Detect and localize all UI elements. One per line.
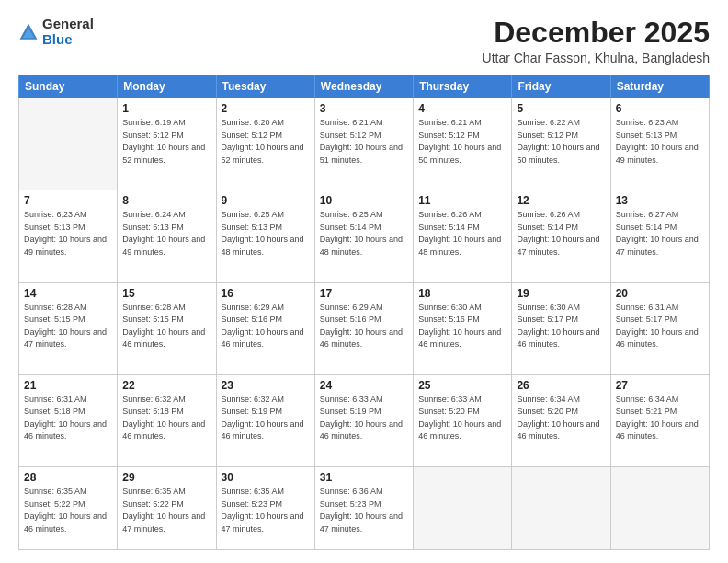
table-row: 6 Sunrise: 6:23 AMSunset: 5:13 PMDayligh… [610,98,709,190]
day-number: 29 [122,471,210,484]
table-row: 21 Sunrise: 6:31 AMSunset: 5:18 PMDaylig… [19,374,118,466]
day-number: 9 [222,194,310,207]
day-number: 8 [122,194,210,207]
table-row: 14 Sunrise: 6:28 AMSunset: 5:15 PMDaylig… [19,282,118,374]
day-number: 18 [418,287,506,300]
title-block: December 2025 Uttar Char Fasson, Khulna,… [483,17,710,65]
table-row: 22 Sunrise: 6:32 AMSunset: 5:18 PMDaylig… [118,374,216,466]
day-info: Sunrise: 6:22 AMSunset: 5:12 PMDaylight:… [517,117,605,167]
table-row: 16 Sunrise: 6:29 AMSunset: 5:16 PMDaylig… [216,282,314,374]
header: General Blue December 2025 Uttar Char Fa… [18,17,710,65]
day-info: Sunrise: 6:30 AMSunset: 5:17 PMDaylight:… [517,302,605,351]
day-info: Sunrise: 6:34 AMSunset: 5:20 PMDaylight:… [517,394,605,443]
table-row: 31 Sunrise: 6:36 AMSunset: 5:23 PMDaylig… [314,467,413,550]
table-row: 3 Sunrise: 6:21 AMSunset: 5:12 PMDayligh… [314,98,413,190]
day-info: Sunrise: 6:33 AMSunset: 5:19 PMDaylight:… [320,394,408,443]
col-sunday: Sunday [19,75,118,98]
table-row [512,467,610,550]
day-number: 21 [24,379,112,392]
day-info: Sunrise: 6:23 AMSunset: 5:13 PMDaylight:… [616,117,704,167]
table-row [414,467,512,550]
day-number: 27 [616,379,704,392]
day-number: 17 [320,287,408,300]
day-number: 1 [122,102,210,115]
day-info: Sunrise: 6:24 AMSunset: 5:13 PMDaylight:… [122,209,210,259]
table-row: 18 Sunrise: 6:30 AMSunset: 5:16 PMDaylig… [414,282,512,374]
day-number: 10 [320,194,408,207]
logo-text: General Blue [42,17,94,47]
day-number: 11 [418,194,506,207]
table-row: 5 Sunrise: 6:22 AMSunset: 5:12 PMDayligh… [512,98,610,190]
day-number: 2 [222,102,310,115]
day-info: Sunrise: 6:25 AMSunset: 5:13 PMDaylight:… [222,209,310,259]
day-info: Sunrise: 6:20 AMSunset: 5:12 PMDaylight:… [222,117,310,167]
day-number: 20 [616,287,704,300]
day-info: Sunrise: 6:28 AMSunset: 5:15 PMDaylight:… [24,302,112,351]
table-row: 12 Sunrise: 6:26 AMSunset: 5:14 PMDaylig… [512,190,610,282]
day-number: 23 [222,379,310,392]
day-info: Sunrise: 6:30 AMSunset: 5:16 PMDaylight:… [418,302,506,351]
day-info: Sunrise: 6:35 AMSunset: 5:22 PMDaylight:… [24,486,112,535]
logo-blue: Blue [42,32,94,48]
table-row: 17 Sunrise: 6:29 AMSunset: 5:16 PMDaylig… [314,282,413,374]
day-number: 3 [320,102,408,115]
table-row: 26 Sunrise: 6:34 AMSunset: 5:20 PMDaylig… [512,374,610,466]
day-info: Sunrise: 6:35 AMSunset: 5:23 PMDaylight:… [222,486,310,535]
day-number: 6 [616,102,704,115]
day-info: Sunrise: 6:21 AMSunset: 5:12 PMDaylight:… [320,117,408,167]
page: General Blue December 2025 Uttar Char Fa… [0,0,728,563]
month-title: December 2025 [483,17,710,49]
day-number: 15 [122,287,210,300]
table-row: 13 Sunrise: 6:27 AMSunset: 5:14 PMDaylig… [610,190,709,282]
day-number: 28 [24,471,112,484]
day-info: Sunrise: 6:29 AMSunset: 5:16 PMDaylight:… [222,302,310,351]
table-row: 10 Sunrise: 6:25 AMSunset: 5:14 PMDaylig… [314,190,413,282]
table-row: 15 Sunrise: 6:28 AMSunset: 5:15 PMDaylig… [118,282,216,374]
table-row: 1 Sunrise: 6:19 AMSunset: 5:12 PMDayligh… [118,98,216,190]
day-number: 19 [517,287,605,300]
table-row: 11 Sunrise: 6:26 AMSunset: 5:14 PMDaylig… [414,190,512,282]
day-info: Sunrise: 6:25 AMSunset: 5:14 PMDaylight:… [320,209,408,259]
logo: General Blue [18,17,94,47]
table-row: 24 Sunrise: 6:33 AMSunset: 5:19 PMDaylig… [314,374,413,466]
day-number: 25 [418,379,506,392]
table-row: 20 Sunrise: 6:31 AMSunset: 5:17 PMDaylig… [610,282,709,374]
table-row [610,467,709,550]
day-number: 26 [517,379,605,392]
col-wednesday: Wednesday [314,75,413,98]
table-row: 27 Sunrise: 6:34 AMSunset: 5:21 PMDaylig… [610,374,709,466]
day-number: 14 [24,287,112,300]
day-info: Sunrise: 6:26 AMSunset: 5:14 PMDaylight:… [517,209,605,259]
day-number: 7 [24,194,112,207]
table-row: 2 Sunrise: 6:20 AMSunset: 5:12 PMDayligh… [216,98,314,190]
day-info: Sunrise: 6:26 AMSunset: 5:14 PMDaylight:… [418,209,506,259]
table-row: 9 Sunrise: 6:25 AMSunset: 5:13 PMDayligh… [216,190,314,282]
day-info: Sunrise: 6:36 AMSunset: 5:23 PMDaylight:… [320,486,408,535]
day-info: Sunrise: 6:33 AMSunset: 5:20 PMDaylight:… [418,394,506,443]
day-info: Sunrise: 6:32 AMSunset: 5:19 PMDaylight:… [222,394,310,443]
day-number: 13 [616,194,704,207]
day-info: Sunrise: 6:35 AMSunset: 5:22 PMDaylight:… [122,486,210,535]
col-monday: Monday [118,75,216,98]
calendar-header-row: Sunday Monday Tuesday Wednesday Thursday… [19,75,710,98]
table-row: 19 Sunrise: 6:30 AMSunset: 5:17 PMDaylig… [512,282,610,374]
table-row: 23 Sunrise: 6:32 AMSunset: 5:19 PMDaylig… [216,374,314,466]
table-row: 4 Sunrise: 6:21 AMSunset: 5:12 PMDayligh… [414,98,512,190]
table-row [19,98,118,190]
day-info: Sunrise: 6:27 AMSunset: 5:14 PMDaylight:… [616,209,704,259]
col-thursday: Thursday [414,75,512,98]
day-number: 4 [418,102,506,115]
day-number: 5 [517,102,605,115]
day-info: Sunrise: 6:31 AMSunset: 5:18 PMDaylight:… [24,394,112,443]
day-info: Sunrise: 6:28 AMSunset: 5:15 PMDaylight:… [122,302,210,351]
table-row: 30 Sunrise: 6:35 AMSunset: 5:23 PMDaylig… [216,467,314,550]
day-number: 22 [122,379,210,392]
table-row: 25 Sunrise: 6:33 AMSunset: 5:20 PMDaylig… [414,374,512,466]
day-number: 16 [222,287,310,300]
day-info: Sunrise: 6:31 AMSunset: 5:17 PMDaylight:… [616,302,704,351]
table-row: 28 Sunrise: 6:35 AMSunset: 5:22 PMDaylig… [19,467,118,550]
location-title: Uttar Char Fasson, Khulna, Bangladesh [483,51,710,65]
day-number: 30 [222,471,310,484]
logo-general: General [42,17,94,32]
day-info: Sunrise: 6:19 AMSunset: 5:12 PMDaylight:… [122,117,210,167]
